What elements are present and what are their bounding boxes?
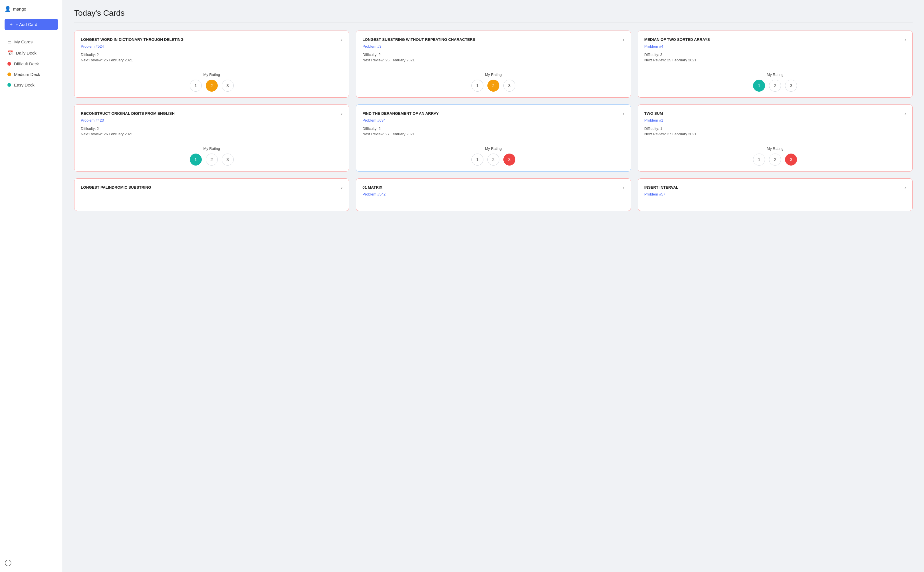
sidebar-item-daily-deck[interactable]: 📅 Daily Deck	[5, 48, 58, 58]
rating-buttons: 123	[190, 80, 234, 92]
rating-btn-3[interactable]: 3	[503, 80, 516, 92]
rating-label: My Rating	[203, 146, 220, 151]
calendar-icon: 📅	[8, 50, 13, 56]
rating-label: My Rating	[767, 73, 784, 77]
layers-icon: ⚌	[8, 39, 11, 45]
rating-buttons: 123	[190, 154, 234, 166]
card-chevron-icon[interactable]: ›	[905, 37, 906, 42]
rating-btn-1[interactable]: 1	[190, 154, 202, 166]
sidebar: 👤 mango ＋ + Add Card ⚌ My Cards 📅 Daily …	[0, 0, 63, 572]
rating-section: My Rating 123	[362, 73, 624, 92]
rating-btn-3[interactable]: 3	[503, 154, 516, 166]
rating-btn-3[interactable]: 3	[222, 80, 234, 92]
sidebar-item-difficult-deck[interactable]: Difficult Deck	[5, 59, 58, 68]
card-item: LONGEST PALINDROMIC SUBSTRING ›	[74, 179, 349, 211]
card-item: LONGEST SUBSTRING WITHOUT REPEATING CHAR…	[356, 31, 630, 98]
card-next-review: Next Review: 25 February 2021	[362, 58, 624, 62]
card-item: LONGEST WORD IN DICTIONARY THROUGH DELET…	[74, 31, 349, 98]
sidebar-item-medium-deck[interactable]: Medium Deck	[5, 70, 58, 79]
main-content: Today's Cards LONGEST WORD IN DICTIONARY…	[63, 0, 924, 572]
card-next-review: Next Review: 26 February 2021	[81, 132, 342, 136]
rating-btn-2[interactable]: 2	[206, 80, 218, 92]
cards-grid: LONGEST WORD IN DICTIONARY THROUGH DELET…	[74, 31, 913, 211]
easy-deck-label: Easy Deck	[14, 82, 34, 87]
plus-icon: ＋	[9, 22, 13, 27]
card-problem[interactable]: Problem #423	[81, 118, 342, 123]
card-chevron-icon[interactable]: ›	[905, 111, 906, 116]
rating-btn-1[interactable]: 1	[471, 154, 483, 166]
card-problem[interactable]: Problem #4	[644, 44, 906, 48]
card-chevron-icon[interactable]: ›	[341, 185, 342, 190]
card-item: RECONSTRUCT ORIGINAL DIGITS FROM ENGLISH…	[74, 104, 349, 171]
easy-dot	[8, 83, 11, 87]
card-title: RECONSTRUCT ORIGINAL DIGITS FROM ENGLISH	[81, 111, 341, 117]
sidebar-item-easy-deck[interactable]: Easy Deck	[5, 80, 58, 90]
card-chevron-icon[interactable]: ›	[623, 111, 624, 116]
rating-btn-2[interactable]: 2	[769, 80, 781, 92]
card-chevron-icon[interactable]: ›	[905, 185, 906, 190]
my-cards-label: My Cards	[14, 39, 33, 44]
card-header: INSERT INTERVAL ›	[644, 185, 906, 190]
rating-btn-1[interactable]: 1	[753, 154, 765, 166]
username-label: mango	[13, 6, 26, 11]
rating-section: My Rating 123	[362, 146, 624, 166]
card-chevron-icon[interactable]: ›	[341, 111, 342, 116]
card-problem[interactable]: Problem #634	[362, 118, 624, 123]
card-chevron-icon[interactable]: ›	[623, 185, 624, 190]
card-item: MEDIAN OF TWO SORTED ARRAYS › Problem #4…	[638, 31, 913, 98]
card-problem[interactable]: Problem #1	[644, 118, 906, 123]
card-difficulty: Difficulty: 2	[81, 53, 342, 57]
rating-btn-1[interactable]: 1	[753, 80, 765, 92]
card-header: MEDIAN OF TWO SORTED ARRAYS ›	[644, 37, 906, 42]
rating-btn-2[interactable]: 2	[206, 154, 218, 166]
rating-section: My Rating 123	[644, 73, 906, 92]
card-next-review: Next Review: 25 February 2021	[644, 58, 906, 62]
rating-label: My Rating	[485, 73, 502, 77]
rating-btn-1[interactable]: 1	[471, 80, 483, 92]
card-difficulty: Difficulty: 1	[644, 126, 906, 131]
rating-label: My Rating	[767, 146, 784, 151]
card-title: MEDIAN OF TWO SORTED ARRAYS	[644, 37, 905, 42]
rating-btn-3[interactable]: 3	[785, 80, 797, 92]
daily-deck-label: Daily Deck	[16, 51, 37, 55]
card-problem[interactable]: Problem #57	[644, 192, 906, 196]
card-item: INSERT INTERVAL › Problem #57	[638, 179, 913, 211]
card-chevron-icon[interactable]: ›	[623, 37, 624, 42]
card-header: 01 MATRIX ›	[362, 185, 624, 190]
rating-btn-3[interactable]: 3	[785, 154, 797, 166]
card-problem[interactable]: Problem #524	[81, 44, 342, 48]
card-header: LONGEST SUBSTRING WITHOUT REPEATING CHAR…	[362, 37, 624, 42]
rating-label: My Rating	[203, 73, 220, 77]
user-section: 👤 mango	[5, 6, 58, 12]
rating-btn-2[interactable]: 2	[488, 80, 499, 92]
card-difficulty: Difficulty: 2	[81, 126, 342, 131]
card-next-review: Next Review: 27 February 2021	[362, 132, 624, 136]
card-title: LONGEST SUBSTRING WITHOUT REPEATING CHAR…	[362, 37, 623, 42]
difficult-dot	[8, 62, 11, 66]
rating-label: My Rating	[485, 146, 502, 151]
card-header: FIND THE DERANGEMENT OF AN ARRAY ›	[362, 111, 624, 117]
add-card-button[interactable]: ＋ + Add Card	[5, 19, 58, 30]
rating-section: My Rating 123	[644, 146, 906, 166]
rating-btn-2[interactable]: 2	[769, 154, 781, 166]
card-item: 01 MATRIX › Problem #542	[356, 179, 630, 211]
rating-btn-1[interactable]: 1	[190, 80, 202, 92]
card-item: TWO SUM › Problem #1 Difficulty: 1 Next …	[638, 104, 913, 171]
sidebar-item-my-cards[interactable]: ⚌ My Cards	[5, 37, 58, 47]
rating-btn-3[interactable]: 3	[222, 154, 234, 166]
github-icon[interactable]: ◯	[5, 559, 12, 566]
card-problem[interactable]: Problem #542	[362, 192, 624, 196]
rating-section: My Rating 123	[81, 146, 342, 166]
card-chevron-icon[interactable]: ›	[341, 37, 342, 42]
card-next-review: Next Review: 27 February 2021	[644, 132, 906, 136]
card-title: INSERT INTERVAL	[644, 185, 905, 190]
card-title: TWO SUM	[644, 111, 905, 117]
card-problem[interactable]: Problem #3	[362, 44, 624, 48]
difficult-deck-label: Difficult Deck	[14, 61, 39, 66]
medium-dot	[8, 73, 11, 76]
card-title: 01 MATRIX	[362, 185, 623, 190]
rating-btn-2[interactable]: 2	[488, 154, 499, 166]
rating-buttons: 123	[471, 80, 516, 92]
page-title: Today's Cards	[74, 9, 913, 23]
card-item: FIND THE DERANGEMENT OF AN ARRAY › Probl…	[356, 104, 630, 171]
